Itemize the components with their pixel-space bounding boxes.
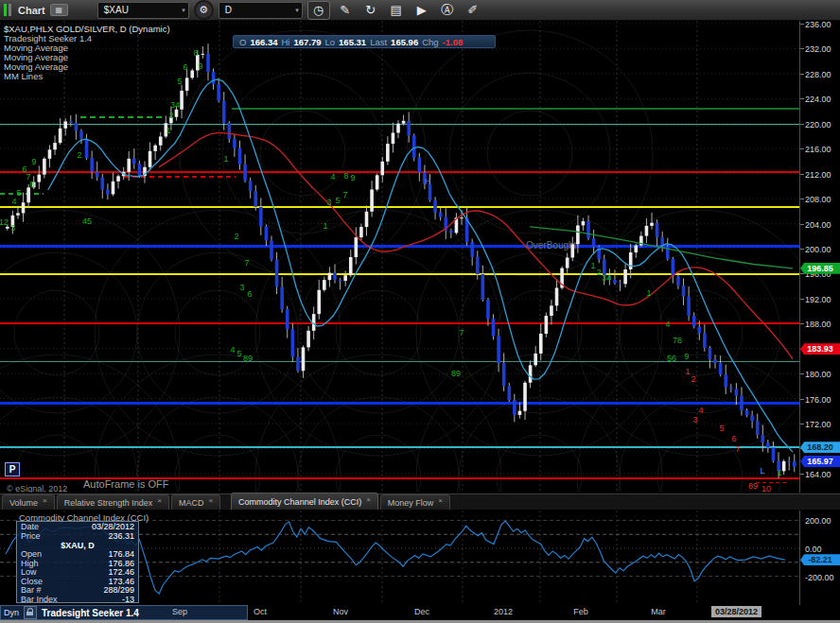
cci-value-badge: -82.21: [800, 554, 840, 565]
tab-close-icon[interactable]: ×: [43, 496, 47, 505]
axis-tick-mark: [800, 373, 804, 374]
indicator-tab-bar: Volume×Relative Strength Index×MACD×Comm…: [0, 493, 840, 511]
bar-count-annotation: 1: [590, 261, 595, 270]
data-window-row: Price236.31: [21, 532, 134, 542]
axis-tick-mark: [800, 299, 804, 300]
bar-count-annotation: 89: [451, 369, 461, 378]
open-value: 166.34: [250, 37, 277, 47]
bar-count-annotation: 1: [323, 221, 327, 231]
symbol-settings-button[interactable]: ⚙: [194, 0, 214, 20]
axis-tick-mark: [800, 399, 804, 400]
cci-axis[interactable]: 200.000.00-200.00-82.21: [800, 511, 840, 605]
bar-count-annotation: 2: [77, 150, 81, 160]
bar-count-annotation: 4: [330, 172, 335, 182]
low-label: Lo: [325, 37, 336, 47]
bar-count-annotation: 10: [761, 484, 771, 493]
auto-button[interactable]: Ⓐ: [437, 2, 458, 19]
svg-text:OverBought: OverBought: [526, 240, 577, 251]
bar-count-annotation: 9: [350, 173, 355, 182]
price-tick-label: 220.00: [805, 120, 831, 130]
open-label: O: [239, 37, 246, 47]
bar-count-annotation: L: [760, 466, 764, 476]
indicator-tab-money-flow[interactable]: Money Flow×: [380, 494, 450, 510]
refresh-button[interactable]: ↻: [360, 2, 381, 19]
bar-count-annotation: 12: [0, 217, 9, 227]
price-tick-label: 200.00: [805, 245, 831, 254]
change-value: -1.08: [443, 37, 464, 47]
price-tick-label: 216.00: [805, 145, 831, 154]
main-chart-canvas[interactable]: OverBought967854123245869534211273645894…: [0, 21, 800, 493]
cci-tick-label: 0.00: [805, 545, 822, 554]
bar-count-annotation: 2: [168, 111, 173, 120]
indicator-label-stack: $XAU,PHLX GOLD/SILVER, D (Dynamic)Trades…: [4, 25, 170, 81]
bar-count-annotation: 2: [596, 268, 601, 277]
lock-icon[interactable]: [24, 606, 37, 619]
bar-count-annotation: 9: [31, 157, 36, 166]
bar-count-annotation: 5: [335, 196, 340, 205]
indicator-tab-relative-strength-index[interactable]: Relative Strength Index×: [57, 494, 169, 510]
price-tick-label: 188.00: [805, 320, 831, 329]
eraser-button[interactable]: ✐: [463, 2, 483, 19]
data-window-row: Bar Index-13: [21, 596, 134, 605]
time-axis-label: 2012: [494, 607, 513, 616]
replay-button[interactable]: ▶: [411, 2, 432, 19]
tab-label: Relative Strength Index: [64, 498, 153, 508]
indicator-tab-volume[interactable]: Volume×: [2, 494, 55, 510]
cci-panel-canvas[interactable]: Commodity Channel Index (CCI) Date03/28/…: [0, 511, 800, 605]
draw-tool-button[interactable]: ✎: [335, 2, 356, 19]
tab-close-icon[interactable]: ×: [438, 496, 443, 505]
bar-count-annotation: 8: [29, 180, 34, 189]
chevron-down-icon[interactable]: ▾: [182, 7, 185, 14]
bar-count-annotation: H: [425, 177, 431, 186]
bar-count-annotation: 6: [183, 62, 187, 72]
time-axis-bar: Dyn Tradesight Seeker 1.4 03/28/2012 Sep…: [0, 605, 840, 620]
price-axis[interactable]: 236.00232.00228.00224.00220.00216.00212.…: [800, 21, 840, 493]
price-tick-label: 236.00: [805, 20, 831, 29]
tab-close-icon[interactable]: ×: [157, 496, 162, 505]
time-axis-label: Feb: [573, 607, 588, 616]
change-label: Chg: [422, 37, 438, 47]
console-button[interactable]: ▤: [386, 2, 407, 19]
indicator-tab-macd[interactable]: MACD×: [171, 494, 220, 510]
price-tick-label: 228.00: [805, 70, 831, 79]
interval-combobox[interactable]: D ▾: [219, 2, 303, 19]
bar-count-annotation: 78: [673, 336, 682, 345]
clock-icon: ◷: [313, 3, 324, 17]
axis-tick-mark: [800, 249, 804, 250]
price-tick-label: 172.00: [805, 420, 831, 429]
app-bars-icon: [4, 4, 11, 16]
axis-tick-mark: [800, 323, 804, 324]
bar-count-annotation: 4: [665, 320, 670, 329]
symbol-combobox[interactable]: $XAU ▾: [97, 2, 189, 19]
time-axis-label: Sep: [172, 607, 187, 616]
chevron-down-icon[interactable]: ▾: [295, 7, 299, 14]
bar-count-annotation: 8: [343, 171, 348, 181]
time-axis-label: Oct: [254, 607, 267, 616]
tab-close-icon[interactable]: ×: [208, 496, 213, 505]
strategy-name-label: Tradesight Seeker 1.4: [42, 608, 139, 618]
price-level-badge: 165.97: [800, 456, 840, 467]
time-axis-label: Mar: [651, 607, 666, 616]
candlestick-chart: OverBought967854123245869534211273645894…: [0, 21, 799, 493]
bar-count-annotation: 1: [166, 126, 170, 135]
bar-count-annotation: 34: [170, 100, 180, 110]
esignal-chart-window: Chart ▦ $XAU ▾ ⚙ D ▾ ◷ ✎ ↻ ▤ ▶ Ⓐ ✐ OverB…: [0, 0, 840, 623]
cursor-date-badge: 03/28/2012: [711, 606, 761, 617]
last-label: Last: [370, 37, 387, 47]
pointer-mode-button[interactable]: P: [5, 462, 20, 476]
time-interval-button[interactable]: ◷: [307, 1, 330, 20]
data-window-value: -13: [122, 596, 134, 605]
last-value: 165.96: [391, 37, 418, 47]
price-tick-label: 180.00: [805, 370, 831, 379]
gear-icon: ⚙: [199, 4, 208, 16]
price-tick-label: 176.00: [805, 395, 831, 405]
bar-count-annotation: 3: [239, 283, 244, 292]
axis-tick-mark: [800, 74, 804, 75]
indicator-label: MM Lines: [4, 72, 170, 81]
interval-value: D: [225, 5, 289, 15]
cci-tick-label: -200.00: [805, 573, 834, 582]
circled-a-icon: Ⓐ: [441, 2, 453, 19]
tab-close-icon[interactable]: ×: [366, 495, 371, 504]
indicator-tab-commodity-channel-index-cci[interactable]: Commodity Channel Index (CCI)×: [231, 493, 378, 510]
bar-count-annotation: 4: [698, 406, 703, 415]
